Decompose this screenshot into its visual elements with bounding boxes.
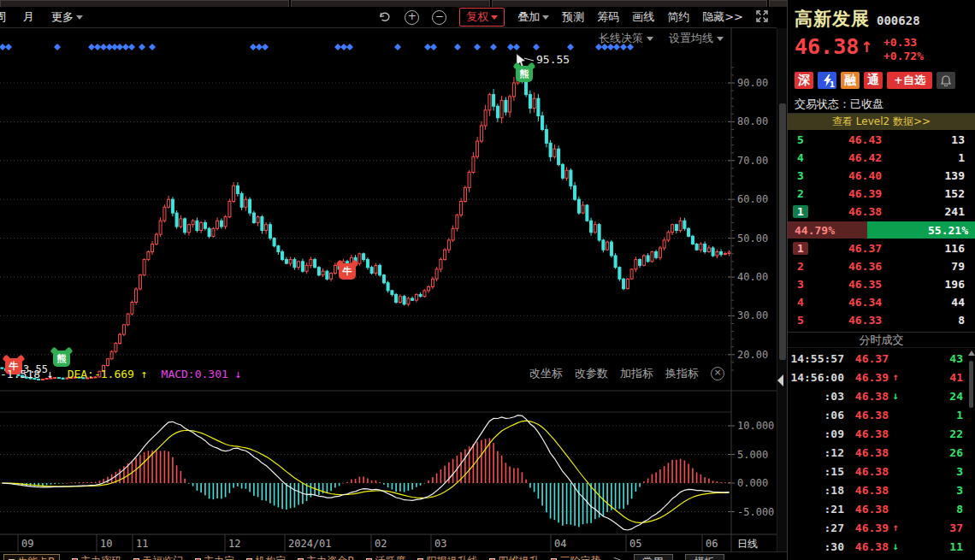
tape-row[interactable]: :1246.3826: [788, 443, 975, 462]
toolbar-button[interactable]: 画线: [632, 9, 654, 25]
tape-row[interactable]: 14:56:0046.39↑41: [788, 368, 975, 386]
dif-line: [2, 416, 729, 530]
tape-row[interactable]: :0346.38↓24: [788, 386, 975, 405]
indicator-tab[interactable]: 三阶定势: [551, 554, 600, 560]
tab-bar-button[interactable]: 模板: [685, 554, 724, 560]
level2-link[interactable]: 查看 Level2 数据>>: [788, 114, 975, 130]
bid-row[interactable]: 146.37116: [788, 239, 975, 257]
chart-vertical-scrollbar[interactable]: [777, 28, 787, 551]
peak-price-label: 95.55: [536, 53, 570, 66]
period-month-button[interactable]: 月: [23, 9, 34, 25]
dif-value-label: -1.518 ↓: [0, 368, 54, 380]
period-more-button[interactable]: 更多: [51, 9, 83, 25]
toolbar-right-group: + − 复权叠加预测筹码画线简约隐藏>>: [378, 8, 777, 27]
tape-scrollbar[interactable]: [967, 351, 975, 560]
ask-row[interactable]: 246.39152: [788, 185, 975, 203]
add-watchlist-button[interactable]: +自选: [887, 72, 932, 89]
buy-percent: 44.79%: [788, 221, 867, 239]
toolbar-button[interactable]: 隐藏>>: [702, 9, 743, 25]
last-price: 46.38 ↑: [795, 34, 873, 59]
indicator-tab[interactable]: 主力密码: [72, 554, 121, 560]
svg-text:09: 09: [21, 538, 33, 550]
tape-row[interactable]: :2146.388: [788, 499, 975, 518]
toolbar-button[interactable]: 复权: [459, 8, 505, 27]
toolbar-button[interactable]: 叠加: [517, 9, 549, 25]
indicator-tab[interactable]: 生能卡B: [3, 554, 60, 560]
svg-text:05: 05: [629, 538, 641, 550]
indicator-links: 改坐标改参数加指标换指标×: [529, 366, 731, 381]
connect-badge: 通: [864, 72, 883, 89]
bid-row[interactable]: 446.3444: [788, 293, 975, 311]
close-indicator-icon[interactable]: ×: [711, 367, 724, 380]
top-tab-segment[interactable]: [492, 0, 767, 7]
zoom-out-icon[interactable]: −: [432, 10, 446, 25]
scrollbar-thumb[interactable]: [779, 103, 786, 360]
svg-text:03: 03: [434, 538, 446, 550]
shenzhen-badge: 深: [795, 72, 813, 89]
tabs-more-arrow[interactable]: >: [612, 554, 621, 560]
indicator-tab[interactable]: 主力资金B: [298, 554, 354, 560]
svg-text:5.000: 5.000: [737, 449, 768, 461]
tape-row[interactable]: :1846.383: [788, 480, 975, 499]
indicator-tab[interactable]: 机构定: [246, 554, 286, 560]
tape-row[interactable]: :2746.39↑37: [788, 518, 975, 537]
time-and-sales-list: 14:55:5746.374314:56:0046.39↑41:0346.38↓…: [788, 349, 975, 556]
tape-row[interactable]: :0946.3822: [788, 424, 975, 443]
scroll-up-arrow-icon[interactable]: [968, 351, 975, 356]
lightning-badge[interactable]: 1: [818, 72, 836, 89]
ask-row[interactable]: 346.40139: [788, 167, 975, 185]
indicator-tab[interactable]: 主力定: [195, 554, 234, 560]
zoom-in-icon[interactable]: +: [405, 10, 419, 25]
indicator-tab-bar: 生能卡B主力密码天福临门主力定机构定主力资金B活跃度阳拐提升线四维提升三阶定势>…: [0, 551, 787, 560]
svg-text:0.000: 0.000: [737, 477, 768, 489]
indicator-tab[interactable]: 活跃度: [366, 554, 405, 560]
toolbar-button[interactable]: 简约: [667, 9, 689, 25]
ask-row[interactable]: 146.38241: [788, 203, 975, 221]
tick-down-icon: ↓: [889, 540, 902, 552]
indicator-tab[interactable]: 四维提升: [489, 554, 539, 560]
toolbar-button[interactable]: 预测: [562, 9, 584, 25]
fullscreen-icon[interactable]: [756, 10, 768, 25]
svg-text:30.00: 30.00: [737, 309, 768, 321]
indicator-link[interactable]: 换指标: [665, 366, 699, 381]
sub-toolbar-button[interactable]: 设置均线: [669, 31, 724, 46]
bid-row[interactable]: 546.338: [788, 311, 975, 329]
ask-row[interactable]: 446.421: [788, 149, 975, 167]
ask-row[interactable]: 546.4313: [788, 131, 975, 149]
alert-bell-button[interactable]: [937, 72, 955, 89]
price-change: +0.33 +0.72%: [883, 36, 924, 63]
tick-down-icon: ↓: [889, 390, 902, 402]
indicator-link[interactable]: 加指标: [620, 366, 653, 381]
indicator-link[interactable]: 改参数: [575, 366, 608, 381]
chevron-down-icon: [647, 37, 653, 41]
indicator-link[interactable]: 改坐标: [529, 366, 563, 381]
period-selector: 周 月 更多: [0, 9, 83, 25]
scrollbar-thumb[interactable]: [969, 361, 973, 408]
bid-row[interactable]: 246.3679: [788, 257, 975, 275]
chart-canvas[interactable]: 90.0080.0070.0060.0050.0040.0030.0020.00…: [0, 28, 777, 551]
tape-row[interactable]: 14:55:5746.3743: [788, 349, 975, 368]
bear-flag-marker: 熊: [516, 66, 533, 82]
change-value: +0.33: [883, 36, 924, 50]
svg-text:70.00: 70.00: [737, 155, 768, 167]
svg-text:80.00: 80.00: [737, 115, 768, 127]
quote-panel: 高新发展 000628 46.38 ↑ +0.33 +0.72% 深 1 融 通…: [787, 0, 975, 560]
svg-text:02: 02: [375, 538, 387, 550]
signal-diamonds-layer: [0, 44, 634, 50]
bid-row[interactable]: 346.35196: [788, 275, 975, 293]
undo-icon[interactable]: [378, 11, 392, 23]
indicator-tab[interactable]: 天福临门: [133, 554, 183, 560]
top-tab-segment[interactable]: [291, 0, 490, 7]
tape-row[interactable]: :1546.383: [788, 462, 975, 480]
indicator-tab[interactable]: 阳拐提升线: [417, 554, 477, 560]
chevron-down-icon: [542, 15, 549, 20]
tape-row[interactable]: :3046.38↓11: [788, 537, 975, 556]
period-week-button[interactable]: 周: [0, 9, 6, 25]
collapse-panel-arrow-icon[interactable]: [777, 374, 783, 386]
toolbar-button[interactable]: 筹码: [597, 9, 619, 25]
tab-bar-button[interactable]: 常用: [634, 554, 673, 560]
sub-toolbar-button[interactable]: 长线决策: [599, 31, 653, 46]
margin-badge: 融: [841, 72, 860, 89]
top-tab-segment[interactable]: [0, 0, 289, 7]
tape-row[interactable]: :0646.381: [788, 405, 975, 424]
